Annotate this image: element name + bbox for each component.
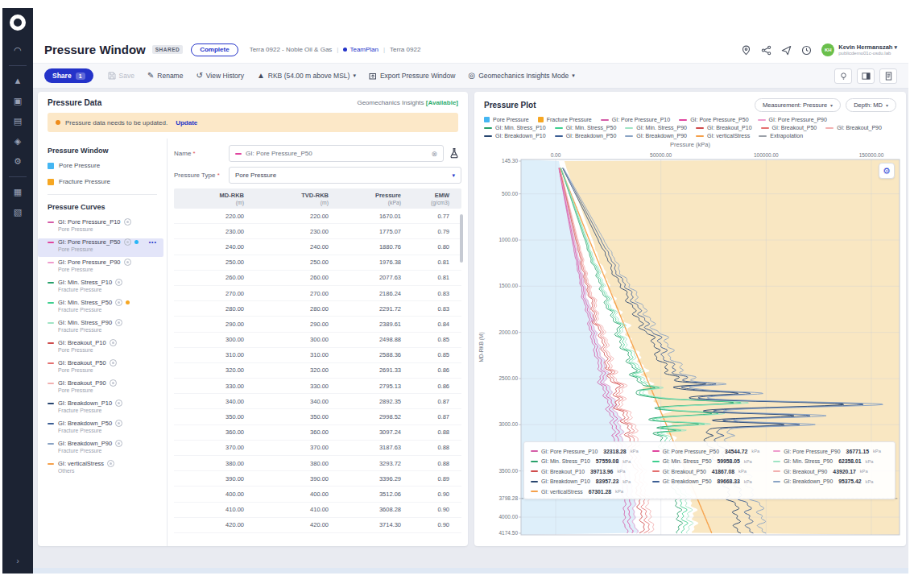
curve-item-gi-pore-pressure-p10[interactable]: GI: Pore Pressure_P10Pore Pressure	[48, 218, 157, 237]
table-row[interactable]: 220.00220.001670.010.77	[174, 209, 461, 224]
curve-item-gi-min-stress-p90[interactable]: GI: Min. Stress_P90Fracture Pressure	[48, 319, 157, 337]
legend-item-pore-pressure[interactable]: Pore Pressure	[484, 117, 529, 122]
breadcrumb-item[interactable]: Terra 0922	[390, 46, 420, 53]
curve-item-gi-breakdown-p90[interactable]: GI: Breakdown_P90Fracture Pressure	[48, 440, 157, 458]
plot-settings-button[interactable]: ⚙	[879, 163, 895, 179]
curve-item-gi-breakout-p90[interactable]: GI: Breakout_P90Pore Pressure	[48, 379, 157, 398]
curve-badge-icon	[124, 238, 131, 246]
legend-item-gi-breakout-p10[interactable]: GI: Breakout_P10	[696, 125, 752, 130]
table-row[interactable]: 340.00340.002892.350.87	[174, 394, 461, 409]
table-row[interactable]: 320.00320.002691.330.86	[174, 363, 461, 379]
legend-item-fracture-pressure[interactable]: Fracture Pressure	[538, 117, 592, 122]
table-row[interactable]: 330.00330.002795.130.86	[174, 379, 461, 394]
layout-panel-button[interactable]	[857, 68, 875, 84]
table-row[interactable]: 400.00400.003512.060.90	[174, 487, 461, 502]
legend-item-gi-pore-pressure-p10[interactable]: GI: Pore Pressure_P10	[601, 117, 670, 122]
legend-item-gi-breakdown-p90[interactable]: GI: Breakdown_P90	[625, 133, 687, 139]
wave-icon[interactable]: ◠	[14, 46, 22, 55]
geomechanics-insights-link[interactable]: Geomechanics Insights [Available]	[357, 99, 458, 106]
report-doc-button[interactable]	[879, 68, 897, 84]
table-row[interactable]: 290.00290.002389.610.84	[174, 317, 461, 332]
legend-swatch	[758, 119, 766, 121]
legend-swatch	[759, 135, 767, 137]
clear-icon[interactable]: ⊗	[431, 150, 437, 158]
legend-item-gi-min-stress-p10[interactable]: GI: Min. Stress_P10	[484, 125, 546, 130]
svg-text:3798.28: 3798.28	[499, 495, 519, 501]
export-pressure-window-button[interactable]: Export Pressure Window	[369, 72, 456, 80]
rail-expand-icon[interactable]: ›	[2, 556, 33, 565]
legend-item-gi-verticalstress[interactable]: GI: verticalStress	[696, 133, 750, 139]
legend-item-gi-breakout-p90[interactable]: GI: Breakout_P90	[825, 125, 882, 130]
curve-item-gi-min-stress-p10[interactable]: GI: Min. Stress_P10Fracture Pressure	[48, 279, 157, 297]
library-icon[interactable]: ▧	[14, 208, 22, 217]
curve-type: Pore Pressure	[58, 367, 157, 373]
legend-item-gi-min-stress-p90[interactable]: GI: Min. Stress_P90	[625, 125, 687, 130]
send-plane-icon[interactable]	[781, 44, 792, 55]
measurement-select[interactable]: Measurement: Pressure ▾	[755, 98, 841, 112]
curve-item-gi-verticalstress[interactable]: GI: verticalStressOthers	[48, 460, 157, 478]
apps-icon[interactable]: ▦	[14, 188, 22, 197]
table-cell: 0.88	[409, 429, 457, 436]
share-nodes-icon[interactable]	[761, 44, 771, 55]
share-button[interactable]: Share 1	[44, 68, 93, 83]
panels-icon[interactable]: ▤	[14, 117, 22, 126]
chevron-down-icon: ▾	[452, 172, 455, 179]
legend-item-gi-pore-pressure-p50[interactable]: GI: Pore Pressure_P50	[679, 117, 748, 122]
geomechanics-insights-mode-button[interactable]: ◎ Geomechanics Insights Mode ▾	[468, 72, 574, 80]
legend-item-gi-breakdown-p10[interactable]: GI: Breakdown_P10	[484, 133, 546, 139]
table-scrollbar[interactable]	[460, 214, 463, 263]
save-button[interactable]: Save	[108, 72, 134, 80]
curve-item-gi-breakdown-p50[interactable]: GI: Breakdown_P50Fracture Pressure	[48, 420, 157, 438]
status-badge[interactable]: Complete	[191, 43, 238, 56]
clock-icon[interactable]	[801, 44, 812, 55]
user-menu[interactable]: KH Kevin Hermanszah ▾ publicdemo01c-osdu…	[821, 43, 897, 56]
legend-item-gi-breakdown-p50[interactable]: GI: Breakdown_P50	[555, 133, 617, 139]
breadcrumb-team[interactable]: TeamPlan	[343, 46, 378, 53]
legend-item-gi-pore-pressure-p90[interactable]: GI: Pore Pressure_P90	[758, 117, 827, 122]
curve-item-gi-pore-pressure-p90[interactable]: GI: Pore Pressure_P90Pore Pressure	[48, 259, 157, 277]
view-history-button[interactable]: ↺ View History	[196, 72, 243, 80]
table-row[interactable]: 270.00270.002186.240.83	[174, 286, 461, 301]
curve-picker-icon[interactable]	[449, 147, 461, 160]
curve-item-gi-breakdown-p10[interactable]: GI: Breakdown_P10Fracture Pressure	[48, 400, 157, 418]
table-row[interactable]: 410.00410.003608.280.90	[174, 503, 461, 518]
table-row[interactable]: 350.00350.002998.520.87	[174, 409, 461, 424]
table-row[interactable]: 360.00360.003097.240.88	[174, 425, 461, 441]
rename-button[interactable]: ✎ Rename	[147, 72, 184, 80]
breadcrumb-project[interactable]: Terra 0922 - Noble Oil & Gas	[250, 46, 333, 53]
table-row[interactable]: 260.00260.002077.630.81	[174, 271, 461, 286]
location-pin-icon[interactable]	[741, 44, 751, 55]
table-row[interactable]: 280.00280.002291.720.83	[174, 301, 461, 317]
legend-item-gi-breakout-p50[interactable]: GI: Breakout_P50	[761, 125, 817, 130]
table-row[interactable]: 390.00390.003396.290.89	[174, 471, 461, 487]
table-cell: 360.00	[174, 429, 252, 436]
chevron-down-icon: ▾	[572, 72, 575, 79]
table-row[interactable]: 250.00250.001976.380.81	[174, 255, 461, 271]
settings-icon[interactable]: ⚙	[14, 157, 22, 166]
curve-item-gi-min-stress-p50[interactable]: GI: Min. Stress_P50Fracture Pressure	[48, 299, 157, 317]
network-icon[interactable]: ◈	[14, 137, 21, 146]
table-row[interactable]: 230.00230.001775.070.79	[174, 224, 461, 239]
table-row[interactable]: 380.00380.003293.720.88	[174, 456, 461, 471]
table-row[interactable]: 420.00420.003714.300.90	[174, 518, 461, 533]
name-input[interactable]: GI: Pore Pressure_P50 ⊗	[229, 145, 444, 162]
rkb-datum-button[interactable]: ▲ RKB (54.00 m above MSL) ▾	[257, 72, 356, 80]
frame-icon[interactable]: ▣	[14, 97, 22, 106]
curve-item-gi-breakout-p10[interactable]: GI: Breakout_P10Pore Pressure	[48, 339, 157, 358]
table-cell: 3396.29	[337, 475, 409, 482]
curve-menu-button[interactable]: •••	[149, 239, 157, 245]
table-cell: 0.86	[409, 383, 457, 390]
table-row[interactable]: 300.00300.002498.880.85	[174, 333, 461, 348]
wells-icon[interactable]: ▲	[14, 77, 23, 85]
depth-select[interactable]: Depth: MD ▾	[846, 98, 896, 112]
curve-item-gi-pore-pressure-p50[interactable]: GI: Pore Pressure_P50•••Pore Pressure	[38, 238, 163, 257]
legend-item-extrapolation[interactable]: Extrapolation	[759, 133, 803, 139]
table-row[interactable]: 370.00370.003187.630.88	[174, 441, 461, 456]
curve-item-gi-breakout-p50[interactable]: GI: Breakout_P50Pore Pressure	[48, 359, 157, 378]
pressure-type-select[interactable]: Pore Pressure ▾	[229, 167, 461, 184]
legend-item-gi-min-stress-p50[interactable]: GI: Min. Stress_P50	[555, 125, 617, 130]
table-row[interactable]: 310.00310.002588.360.85	[174, 348, 461, 363]
table-row[interactable]: 240.00240.001880.760.80	[174, 239, 461, 255]
insights-bulb-button[interactable]	[834, 68, 852, 84]
update-link[interactable]: Update	[176, 119, 197, 126]
